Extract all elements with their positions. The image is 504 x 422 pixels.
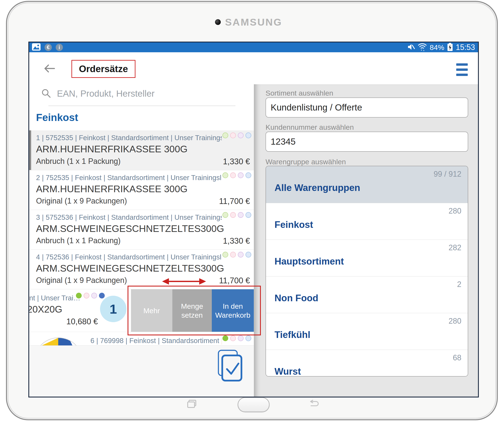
customer-number-label: Kundennummer auswählen: [265, 123, 354, 131]
product-title-truncated: 20X20G: [29, 304, 62, 315]
group-name: Wurst: [275, 366, 301, 377]
back-nav-icon[interactable]: [309, 400, 319, 410]
purple-status-dot: [238, 252, 244, 258]
product-title: ARM.SCHWEINEGESCHNETZELTES300G: [36, 263, 224, 274]
pink-status-dot: [230, 252, 236, 258]
green-status-dot: [222, 133, 228, 138]
status-bar: € i: [29, 42, 478, 52]
search-input[interactable]: [57, 89, 245, 99]
product-price: 11,700 €: [219, 276, 250, 285]
group-name: Tiefkühl: [275, 329, 310, 340]
group-item-feinkost[interactable]: 280 Feinkost: [266, 203, 468, 240]
pink-status-dot: [230, 212, 236, 218]
list-footer: [29, 345, 254, 397]
product-packaging: Original (1 x 9 Packungen): [36, 276, 127, 285]
group-item-wurst[interactable]: 68 Wurst: [266, 350, 468, 377]
search-underline: [48, 106, 235, 106]
product-price: 1,330 €: [223, 157, 250, 166]
group-count: 280: [449, 206, 461, 216]
green-status-dot: [222, 212, 228, 218]
sortiment-select[interactable]: Kundenlistung / Offerte: [265, 97, 468, 118]
back-arrow-icon[interactable]: [43, 64, 56, 74]
mute-icon: [407, 43, 415, 52]
app-header: Ordersätze: [29, 52, 478, 84]
info-notification-icon: i: [56, 44, 63, 51]
product-price: 1,330 €: [223, 236, 250, 246]
purple-status-dot: [238, 335, 244, 341]
quantity-badge: 1: [100, 296, 126, 322]
product-meta: 6 | 769998 | Feinkost | Standardsortimen…: [90, 337, 222, 345]
purple-status-dot: [238, 212, 244, 218]
purple-status-dot: [91, 293, 97, 298]
filter-panel: Sortiment auswählen Kundenlistung / Offe…: [254, 84, 478, 397]
product-row-1[interactable]: 1 | 5752535 | Feinkost | Standardsortime…: [29, 130, 254, 170]
product-meta: 1 | 5752535 | Feinkost | Standardsortime…: [36, 134, 222, 142]
product-title: ARM.HUEHNERFRIKASSEE 300G: [36, 144, 187, 155]
green-status-dot: [76, 293, 82, 298]
product-title: ARM.HUEHNERFRIKASSEE 300G: [36, 183, 187, 195]
customer-number-select[interactable]: 12345: [265, 132, 468, 152]
product-price: 10,680 €: [29, 317, 98, 326]
pink-status-dot: [84, 293, 89, 298]
group-item-alle-warengruppen[interactable]: 99 / 912 Alle Warengruppen: [266, 166, 468, 203]
group-count: 99 / 912: [434, 170, 461, 179]
status-dots: [76, 293, 105, 298]
green-status-dot: [222, 335, 228, 341]
status-dots: [222, 252, 251, 258]
product-row-2[interactable]: 2 | 752535 | Feinkost | Standardsortimen…: [29, 170, 254, 210]
group-name: Hauptsortiment: [275, 256, 344, 267]
section-title: Feinkost: [36, 112, 78, 123]
product-group-label: Warengruppe auswählen: [265, 158, 346, 166]
screenshot-notification-icon: [32, 43, 41, 52]
group-item-hauptsortiment[interactable]: 282 Hauptsortiment: [266, 240, 468, 276]
menu-icon[interactable]: [456, 63, 468, 76]
product-list-panel: Feinkost 1 | 5752535 | Feinkost | Standa…: [29, 84, 254, 397]
multi-select-icon[interactable]: [216, 350, 243, 382]
home-button[interactable]: [238, 397, 270, 412]
product-packaging: Anbruch (1 x 1 Packung): [36, 236, 120, 245]
product-packaging: Original (1 x 9 Packungen): [36, 197, 127, 205]
group-item-non-food[interactable]: 2 Non Food: [266, 276, 468, 313]
page-title: Ordersätze: [79, 64, 128, 74]
status-dots: [222, 133, 251, 138]
scrollbar[interactable]: [29, 130, 31, 170]
product-meta: 2 | 752535 | Feinkost | Standardsortimen…: [36, 174, 222, 182]
group-count: 68: [453, 353, 461, 362]
sortiment-label: Sortiment auswählen: [265, 89, 333, 97]
search-row: [41, 86, 245, 101]
wifi-icon: [418, 43, 427, 52]
product-meta: 3 | 5752536 | Feinkost | Standardsortime…: [36, 213, 222, 222]
product-meta: 4 | 752536 | Feinkost | Standardsortimen…: [36, 253, 222, 261]
blue-status-dot: [246, 212, 251, 218]
green-status-dot: [222, 172, 228, 178]
group-item-tiefkuehl[interactable]: 280 Tiefkühl: [266, 313, 468, 350]
product-group-list: 99 / 912 Alle Warengruppen 280 Feinkost …: [265, 166, 468, 377]
status-dots: [222, 172, 251, 178]
blue-status-dot: [246, 335, 251, 341]
blue-status-dot: [246, 172, 251, 178]
group-name: Non Food: [275, 293, 318, 303]
product-price: 11,700 €: [219, 197, 250, 206]
pink-status-dot: [230, 172, 236, 178]
clock-time: 15:53: [456, 43, 475, 52]
search-icon: [41, 88, 51, 99]
product-row-4[interactable]: 4 | 752536 | Feinkost | Standardsortimen…: [29, 249, 254, 289]
recent-apps-icon[interactable]: [187, 399, 197, 410]
blue-status-dot: [246, 252, 251, 258]
product-row-3[interactable]: 3 | 5752536 | Feinkost | Standardsortime…: [29, 210, 254, 249]
status-dots: [222, 212, 251, 218]
blue-status-dot: [99, 293, 105, 298]
battery-percent: 84%: [430, 43, 444, 52]
pink-status-dot: [230, 335, 236, 341]
product-title: ARM.SCHWEINEGESCHNETZELTES300G: [36, 223, 224, 234]
product-meta-truncated: nt | Unser Trai…: [29, 294, 80, 302]
group-name: Alle Warengruppen: [275, 182, 360, 193]
group-count: 2: [457, 280, 461, 289]
group-count: 280: [449, 317, 461, 326]
app-screen: € i: [28, 42, 479, 398]
purple-status-dot: [238, 172, 244, 178]
product-packaging: Anbruch (1 x 1 Packung): [36, 157, 120, 166]
group-name: Feinkost: [275, 219, 313, 230]
blue-status-dot: [246, 133, 251, 138]
status-dots: [222, 335, 251, 341]
